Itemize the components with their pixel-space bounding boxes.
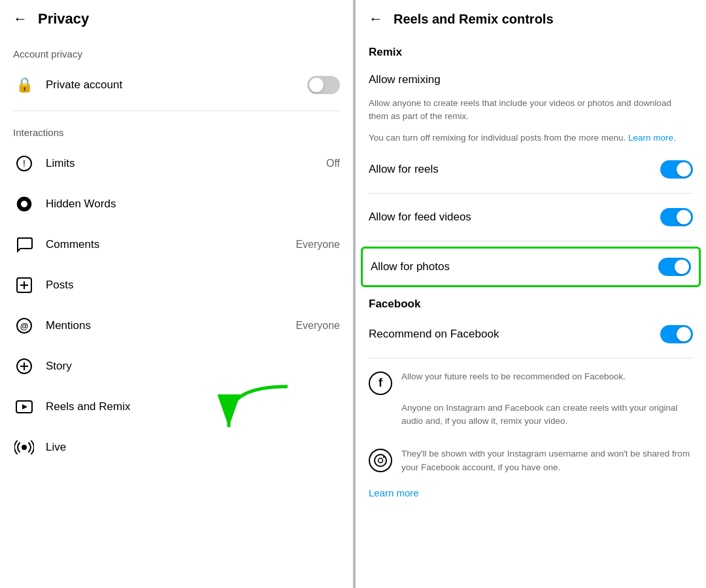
allow-remixing-label: Allow remixing [369,73,441,86]
allow-photos-label: Allow for photos [371,260,450,273]
svg-point-18 [383,457,384,458]
allow-feed-videos-toggle-knob [677,210,691,224]
allow-remixing-desc2-text: You can turn off remixing for individual… [369,133,626,143]
recommend-facebook-toggle-knob [677,327,691,341]
right-title: Reels and Remix controls [394,12,554,27]
recommend-facebook-toggle[interactable] [660,325,693,343]
svg-text:@: @ [20,321,29,331]
story-icon [13,355,35,377]
hidden-words-item[interactable]: Hidden Words [0,184,353,224]
posts-icon [13,274,35,296]
allow-reels-label: Allow for reels [369,163,439,176]
right-back-button[interactable]: ← [369,10,383,27]
svg-point-3 [21,201,27,207]
svg-point-15 [22,445,27,450]
recommend-facebook-label: Recommend on Facebook [369,328,499,341]
allow-photos-row: Allow for photos [361,247,701,287]
private-account-label: Private account [46,78,122,92]
story-label: Story [46,360,72,373]
posts-item[interactable]: Posts [0,265,353,305]
learn-more-inline-link[interactable]: Learn more. [628,133,676,143]
live-item[interactable]: Live [0,427,353,468]
hidden-words-label: Hidden Words [46,198,116,211]
mentions-content: Mentions Everyone [46,319,340,332]
private-account-toggle[interactable] [307,76,340,94]
comments-item[interactable]: Comments Everyone [0,224,353,265]
left-header: ← Privacy [0,0,353,38]
allow-reels-row: Allow for reels [356,151,706,188]
live-content: Live [46,441,340,454]
divider-feed-videos [369,241,693,241]
facebook-desc1: Allow your future reels to be recommende… [401,370,626,383]
toggle-knob [309,78,324,92]
allow-photos-toggle-knob [675,260,689,274]
reels-remix-content: Reels and Remix [46,400,340,413]
reels-icon [13,396,35,418]
mentions-value: Everyone [295,320,340,332]
live-icon [13,436,35,458]
limits-icon: ! [13,152,35,175]
left-back-button[interactable]: ← [13,10,27,27]
divider-1 [13,111,340,111]
allow-reels-toggle-knob [677,162,691,177]
allow-reels-toggle[interactable] [660,160,693,179]
hidden-words-content: Hidden Words [46,198,340,211]
comments-label: Comments [46,238,99,251]
remix-section-label: Remix [356,38,706,64]
private-account-content: Private account [46,76,340,94]
allow-feed-videos-toggle[interactable] [660,208,693,226]
divider-facebook [369,358,693,358]
comments-value: Everyone [295,239,340,251]
lock-icon: 🔒 [13,74,35,96]
left-title: Privacy [38,10,89,27]
limits-content: Limits Off [46,157,340,170]
learn-more-bottom-link[interactable]: Learn more [356,481,432,505]
posts-label: Posts [46,279,74,292]
story-item[interactable]: Story [0,346,353,387]
facebook-icon: f [369,372,392,395]
allow-remixing-desc1: Allow anyone to create reels that includ… [356,95,706,130]
right-header: ← Reels and Remix controls [356,0,706,38]
allow-feed-videos-label: Allow for feed videos [369,211,471,224]
limits-value: Off [326,158,340,169]
svg-point-16 [375,455,386,466]
right-panel: ← Reels and Remix controls Remix Allow r… [356,0,706,588]
svg-marker-13 [22,404,27,409]
allow-remixing-row: Allow remixing [356,64,706,95]
reels-remix-item[interactable]: Reels and Remix [0,387,353,427]
recommend-facebook-row: Recommend on Facebook [356,316,706,353]
hidden-words-icon [13,193,35,215]
comments-icon [13,233,35,256]
allow-feed-videos-row: Allow for feed videos [356,199,706,235]
account-privacy-label: Account privacy [0,38,353,65]
mentions-label: Mentions [46,319,91,332]
private-account-item[interactable]: 🔒 Private account [0,65,353,105]
facebook-desc2: Anyone on Instagram and Facebook can cre… [401,402,693,428]
svg-text:!: ! [23,158,25,169]
limits-label: Limits [46,157,75,170]
svg-point-17 [378,458,383,463]
divider-reels [369,193,693,194]
live-label: Live [46,441,66,454]
facebook-icon-row: f Allow your future reels to be recommen… [356,364,706,402]
mentions-icon: @ [13,315,35,337]
story-content: Story [46,360,340,373]
instagram-icon-row: They'll be shown with your Instagram use… [356,441,706,481]
mentions-item[interactable]: @ Mentions Everyone [0,305,353,346]
instagram-icon [369,449,392,472]
facebook-desc2-row: Anyone on Instagram and Facebook can cre… [356,402,706,435]
interactions-label: Interactions [0,116,353,143]
instagram-desc: They'll be shown with your Instagram use… [401,447,693,474]
posts-content: Posts [46,279,340,292]
reels-remix-wrapper: Reels and Remix [0,387,353,427]
allow-remixing-desc2-container: You can turn off remixing for individual… [356,130,706,151]
facebook-section-label: Facebook [356,290,706,316]
comments-content: Comments Everyone [46,238,340,251]
allow-photos-toggle[interactable] [658,258,691,276]
left-panel: ← Privacy Account privacy 🔒 Private acco… [0,0,353,588]
limits-item[interactable]: ! Limits Off [0,143,353,184]
reels-remix-label: Reels and Remix [46,400,130,413]
